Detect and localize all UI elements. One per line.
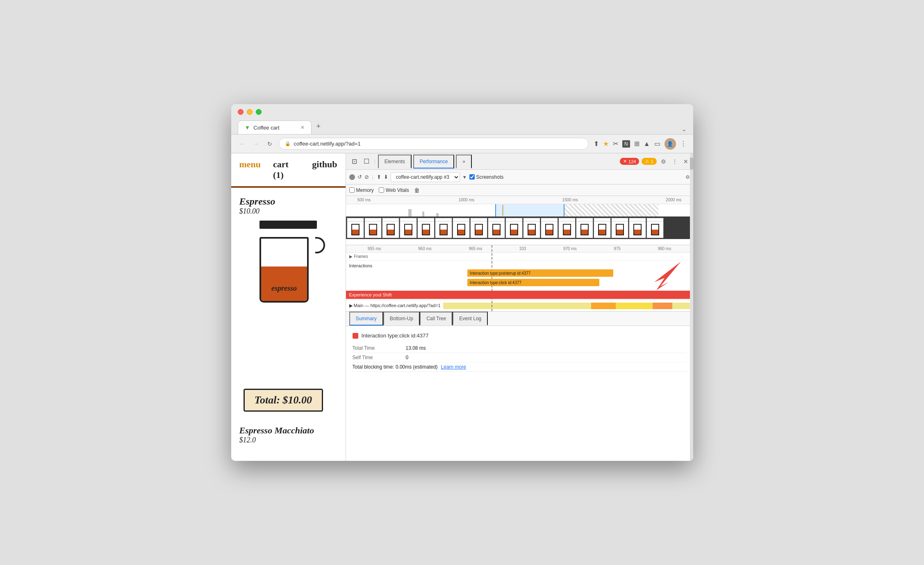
reload-record-icon[interactable]: ↺ xyxy=(357,174,362,180)
screenshots-checkbox[interactable] xyxy=(469,174,475,180)
summary-panel: Interaction type:click id:4377 Total Tim… xyxy=(346,326,693,461)
clear-recordings-icon[interactable]: 🗑 xyxy=(414,187,420,194)
devtools-panel: ⊡ ☐ | Elements Performance » ✕ 124 ⚠ 1 ⚙ xyxy=(346,153,693,461)
total-time-value: 13.08 ms xyxy=(406,345,426,351)
upload-profile-icon[interactable]: ⬆ xyxy=(377,174,381,180)
stop-recording-icon[interactable]: ⊘ xyxy=(364,174,369,180)
reload-button[interactable]: ↻ xyxy=(266,140,274,148)
record-button[interactable] xyxy=(349,174,355,180)
devtools-close-button[interactable]: ✕ xyxy=(682,157,690,166)
share-icon[interactable]: ⬆ xyxy=(594,140,599,148)
espresso-item: Espresso $10.00 espresso xyxy=(231,188,346,311)
title-bar: ▼ Coffee cart ✕ + ⌄ xyxy=(231,104,693,134)
ruler-marks: 500 ms 1000 ms 1500 ms 2000 ms xyxy=(349,198,690,202)
maximize-traffic-light[interactable] xyxy=(256,109,262,115)
screenshot-thumb xyxy=(382,218,399,238)
timeline-ruler: 500 ms 1000 ms 1500 ms 2000 ms xyxy=(346,196,693,204)
pointerup-bar[interactable]: Interaction type:pointerup id:4377 xyxy=(467,269,613,277)
download-profile-icon[interactable]: ⬇ xyxy=(384,174,388,180)
memory-checkbox[interactable] xyxy=(349,187,355,193)
tab-summary[interactable]: Summary xyxy=(349,312,383,326)
tab-favicon: ▼ xyxy=(245,124,250,131)
screenshot-thumb xyxy=(594,218,611,238)
tab-bottom-up[interactable]: Bottom-Up xyxy=(383,312,420,326)
chrome-menu-icon[interactable]: ⋮ xyxy=(680,140,687,148)
tab-more-panels[interactable]: » xyxy=(456,155,472,169)
scissors-icon[interactable]: ✂ xyxy=(613,140,618,148)
error-x-icon: ✕ xyxy=(623,159,627,164)
tabs-row: ▼ Coffee cart ✕ + ⌄ xyxy=(238,119,687,134)
minimize-traffic-light[interactable] xyxy=(247,109,253,115)
summary-rows: Total Time 13.08 ms Self Time 0 Total bl… xyxy=(353,344,687,372)
screenshot-thumb xyxy=(470,218,487,238)
frames-row: ▶ Frames xyxy=(346,253,693,261)
lock-icon: 🔒 xyxy=(285,141,291,146)
sidebar-icon[interactable]: ▭ xyxy=(654,140,660,148)
detail-mark-955: 955 ms xyxy=(368,246,381,251)
layout-shift-label: Experience yout Shift xyxy=(349,292,392,297)
detail-ruler: 955 ms 960 ms 965 ms 333 970 ms 975 980 … xyxy=(346,245,693,253)
cup-label: espresso xyxy=(261,284,307,293)
warn-icon: ⚠ xyxy=(645,159,649,164)
click-bar[interactable]: Interaction type:click id:4377 xyxy=(467,279,599,286)
tab-elements[interactable]: Elements xyxy=(378,155,412,169)
summary-header: Interaction type:click id:4377 xyxy=(353,333,687,339)
nav-cart-link[interactable]: cart (1) xyxy=(273,159,300,180)
timeline-overview[interactable]: 500 ms 1000 ms 1500 ms 2000 ms CPU NET xyxy=(346,196,693,245)
web-vitals-checkbox[interactable] xyxy=(379,187,384,193)
total-banner: Total: $10.00 xyxy=(244,389,323,412)
bookmark-icon[interactable]: ★ xyxy=(603,140,609,148)
screenshots-toggle-label[interactable]: Screenshots xyxy=(469,174,504,180)
device-mode-button[interactable]: ☐ xyxy=(361,156,372,167)
espresso-macchiato-item: Espresso Macchiato $12.0 xyxy=(239,425,314,444)
tab-list-chevron[interactable]: ⌄ xyxy=(682,126,687,132)
total-text: Total: $10.00 xyxy=(255,394,312,406)
screenshot-thumb xyxy=(523,218,540,238)
espresso-cup[interactable]: espresso xyxy=(259,221,317,303)
n-extension-icon[interactable]: N xyxy=(622,140,630,148)
main-thread-label[interactable]: ▶ Main — https://coffee-cart.netlify.app… xyxy=(349,303,441,308)
error-count: 124 xyxy=(628,159,636,164)
back-button[interactable]: ← xyxy=(238,140,247,148)
web-vitals-checkbox-label[interactable]: Web Vitals xyxy=(379,187,409,193)
nav-github-link[interactable]: github xyxy=(312,159,337,180)
pointerup-label: Interaction type:pointerup id:4377 xyxy=(470,271,530,276)
frames-triangle[interactable]: ▶ xyxy=(349,254,353,259)
timeline-selection xyxy=(495,204,564,216)
avatar[interactable]: 👤 xyxy=(665,138,676,150)
active-tab[interactable]: ▼ Coffee cart ✕ xyxy=(238,121,312,134)
inspect-element-button[interactable]: ⊡ xyxy=(349,156,360,167)
new-tab-button[interactable]: + xyxy=(312,119,326,134)
cup-handle xyxy=(315,237,325,253)
content-area: menu cart (1) github Espresso $10.00 esp… xyxy=(231,153,693,461)
devtools-scrollbar-thumb[interactable] xyxy=(690,157,693,170)
cpu-spike-1 xyxy=(408,209,412,216)
forward-button[interactable]: → xyxy=(252,140,261,148)
url-bar[interactable]: 🔒 coffee-cart.netlify.app/?ad=1 xyxy=(279,138,589,150)
close-traffic-light[interactable] xyxy=(238,109,244,115)
tab-call-tree[interactable]: Call Tree xyxy=(420,312,453,326)
mt-block-3 xyxy=(616,303,653,309)
detailed-timeline[interactable]: 955 ms 960 ms 965 ms 333 970 ms 975 980 … xyxy=(346,245,693,312)
tab-performance[interactable]: Performance xyxy=(413,155,455,169)
extensions-puzzle-icon[interactable]: ⊞ xyxy=(634,140,640,148)
detail-mark-960: 960 ms xyxy=(418,246,432,251)
memory-checkbox-label[interactable]: Memory xyxy=(349,187,374,193)
ruler-mark-2000: 2000 ms xyxy=(666,198,681,202)
espresso-price: $10.00 xyxy=(239,207,337,216)
devtools-scrollbar[interactable] xyxy=(690,153,693,461)
devtools-more-options-icon[interactable]: ⋮ xyxy=(670,157,679,166)
screenshot-thumb xyxy=(488,218,505,238)
mt-block-4 xyxy=(653,303,672,309)
nav-menu-link[interactable]: menu xyxy=(239,159,261,180)
target-selector[interactable]: coffee-cart.netlify.app #3 xyxy=(391,172,460,182)
lighthouse-icon[interactable]: ▲ xyxy=(644,140,650,148)
capture-settings-icon[interactable]: ⚙ xyxy=(685,174,690,180)
tab-event-log[interactable]: Event Log xyxy=(453,312,488,326)
tab-close-button[interactable]: ✕ xyxy=(300,125,305,130)
devtools-settings-icon[interactable]: ⚙ xyxy=(659,157,668,166)
target-dropdown-icon[interactable]: ▼ xyxy=(462,175,467,180)
learn-more-link[interactable]: Learn more xyxy=(441,364,466,370)
devtools-toolbar: ⊡ ☐ | Elements Performance » ✕ 124 ⚠ 1 ⚙ xyxy=(346,153,693,170)
hatch-overlay xyxy=(564,204,658,216)
